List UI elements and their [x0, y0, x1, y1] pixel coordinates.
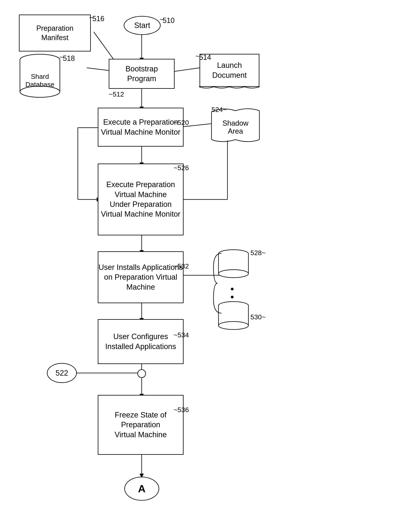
start-id: 510: [163, 16, 175, 25]
preparation-manifest-id: 516: [92, 15, 104, 23]
user-configures-id: ~534: [173, 331, 189, 339]
terminal-a: A: [124, 477, 159, 501]
svg-text:Shadow: Shadow: [223, 119, 249, 127]
execute-monitor-box: Execute a Preparation Virtual Machine Mo…: [98, 108, 184, 147]
preparation-manifest-label: Preparation Manifest: [36, 24, 73, 43]
bootstrap-id: ~512: [109, 90, 124, 98]
svg-point-54: [218, 321, 248, 329]
svg-line-6: [172, 68, 200, 72]
start-node: Start: [124, 16, 161, 35]
freeze-state-id: ~536: [173, 406, 189, 414]
user-installs-label: User Installs Applications on Preparatio…: [98, 262, 183, 292]
launch-doc-id: 514: [199, 53, 211, 62]
execute-monitor-label: Execute a Preparation Virtual Machine Mo…: [101, 117, 180, 137]
user-installs-box: User Installs Applications on Preparatio…: [98, 251, 184, 303]
bootstrap-program-label: Bootstrap Program: [126, 64, 158, 84]
app-disk-top-id: 528~: [250, 249, 266, 257]
bootstrap-program-box: Bootstrap Program: [109, 59, 175, 89]
loop-connector-oval: 522: [47, 363, 77, 383]
shadow-area-id: 524~: [211, 106, 227, 113]
launch-document-label: Launch Document: [212, 60, 247, 80]
shard-database-cylinder: Shard Database: [19, 54, 61, 102]
user-installs-id: ~532: [173, 262, 189, 270]
preparation-manifest-box: Preparation Manifest: [19, 15, 91, 52]
terminal-a-label: A: [138, 483, 146, 495]
disk-brace: [211, 251, 224, 315]
execute-vm-id: ~526: [173, 164, 189, 172]
launch-doc-wavy: [199, 86, 260, 92]
execute-monitor-id: ~520: [173, 119, 189, 126]
app-disk-bottom-id: 530~: [250, 313, 266, 321]
start-label: Start: [134, 21, 150, 30]
freeze-state-box: Freeze State of Preparation Virtual Mach…: [98, 395, 184, 455]
merge-circle: [137, 369, 147, 379]
user-configures-box: User Configures Installed Applications: [98, 319, 184, 364]
loop-connector-label: 522: [55, 369, 68, 377]
svg-text:Area: Area: [228, 127, 243, 135]
svg-point-55: [138, 370, 146, 378]
execute-vm-box: Execute Preparation Virtual Machine Unde…: [98, 163, 184, 235]
svg-text:Shard: Shard: [31, 73, 49, 80]
freeze-state-label: Freeze State of Preparation Virtual Mach…: [98, 410, 183, 440]
execute-vm-label: Execute Preparation Virtual Machine Unde…: [101, 180, 180, 219]
shard-db-id: 518: [63, 54, 75, 63]
svg-text:Database: Database: [25, 81, 54, 88]
user-configures-label: User Configures Installed Applications: [105, 332, 176, 351]
